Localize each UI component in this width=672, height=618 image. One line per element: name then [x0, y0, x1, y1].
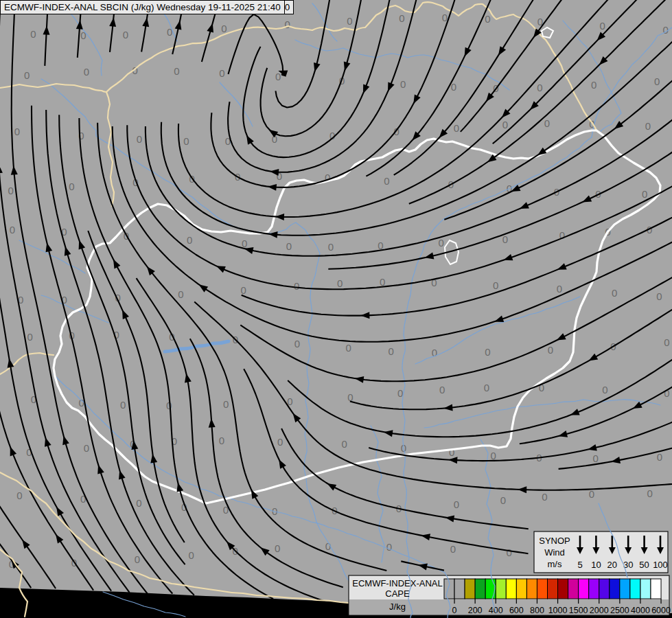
station-value-label: 0	[189, 549, 194, 561]
station-value-label: 0	[285, 19, 290, 30]
station-value-label: 0	[27, 331, 33, 343]
cape-colorbar-segment	[475, 579, 485, 599]
station-value-label: 0	[123, 29, 128, 41]
station-value-label: 0	[450, 543, 456, 555]
station-value-label: 0	[500, 494, 506, 506]
station-value-label: 0	[612, 287, 617, 299]
station-value-label: 0	[548, 344, 553, 356]
cape-colorbar-segment	[579, 579, 589, 599]
station-value-label: 0	[599, 20, 605, 32]
cape-colorbar-segment	[506, 579, 516, 599]
station-value-label: 0	[663, 24, 669, 36]
weather-map-product: 0000000000000000000000000000000000000000…	[0, 0, 672, 618]
wind-legend-title: SYNOP	[535, 536, 575, 546]
cape-tick-label: 0	[452, 606, 457, 615]
station-value-label: 0	[397, 387, 403, 399]
wind-speed-label: 50	[639, 560, 649, 570]
station-value-label: 0	[484, 382, 489, 393]
wind-speed-label: 5	[577, 560, 582, 570]
station-value-label: 0	[502, 119, 508, 130]
station-value-label: 0	[219, 435, 224, 446]
station-value-label: 0	[187, 234, 192, 246]
station-value-label: 0	[593, 453, 599, 464]
cape-colorbar-segment	[516, 579, 526, 599]
weather-map-canvas: 0000000000000000000000000000000000000000…	[0, 0, 672, 618]
cape-colorbar-segment	[589, 579, 599, 599]
station-value-label: 0	[219, 67, 224, 79]
station-value-label: 0	[485, 13, 490, 25]
station-value-label: 0	[223, 398, 229, 410]
cape-legend-title: ECMWF-INDEX-ANAL	[351, 579, 443, 588]
station-value-label: 0	[14, 126, 20, 137]
station-value-label: 0	[544, 117, 550, 129]
station-value-label: 0	[389, 345, 394, 357]
station-value-label: 0	[491, 450, 496, 461]
station-value-label: 0	[169, 331, 174, 343]
station-value-label: 0	[294, 280, 299, 292]
station-value-label: 0	[442, 12, 448, 23]
cape-tick-label: 6000	[651, 606, 671, 615]
station-value-label: 0	[591, 79, 596, 91]
cape-tick-label: 1000	[548, 606, 568, 615]
station-value-label: 0	[506, 547, 511, 558]
station-value-label: 0	[294, 338, 300, 350]
station-value-label: 0	[24, 69, 30, 81]
station-value-label: 0	[656, 290, 662, 302]
cape-colorbar-segment	[548, 579, 558, 599]
cape-colorbar-segment	[558, 579, 568, 599]
station-value-label: 0	[642, 188, 647, 200]
station-value-label: 0	[69, 181, 74, 192]
station-value-label: 0	[174, 65, 179, 77]
station-value-label: 0	[557, 283, 562, 295]
cape-tick-label: 2500	[610, 606, 629, 615]
station-value-label: 0	[449, 446, 454, 458]
cape-colorbar-segment	[454, 579, 465, 599]
cape-colorbar-segment	[620, 579, 630, 599]
cape-tick-label: 800	[530, 606, 544, 615]
station-value-label: 0	[647, 488, 653, 499]
station-value-label: 0	[337, 277, 343, 289]
station-value-label: 0	[16, 490, 22, 501]
cape-legend-subtitle: CAPE	[351, 589, 443, 599]
cape-colorbar-segment	[526, 579, 537, 599]
station-value-label: 0	[328, 241, 334, 253]
station-value-label: 0	[589, 488, 594, 500]
cape-tick-label: 200	[468, 606, 483, 615]
station-value-label: 0	[183, 135, 189, 147]
station-value-label: 0	[221, 23, 227, 34]
cape-colorbar-segment	[485, 579, 496, 599]
cape-colorbar-segment	[651, 579, 661, 599]
station-value-label: 0	[240, 284, 246, 296]
station-value-label: 0	[137, 133, 142, 145]
station-value-label: 0	[654, 76, 660, 87]
station-value-label: 0	[485, 346, 490, 358]
station-value-label: 0	[664, 336, 669, 348]
cape-tick-label: 600	[509, 606, 524, 615]
wind-speed-label: 100	[653, 560, 668, 570]
station-value-label: 0	[493, 279, 498, 291]
wind-speed-label: 10	[591, 560, 601, 570]
cape-legend-unit-label: J/kg	[351, 602, 443, 612]
station-value-label: 0	[454, 122, 459, 134]
station-value-label: 0	[454, 499, 459, 510]
station-value-label: 0	[400, 78, 406, 90]
station-value-label: 0	[399, 12, 404, 24]
station-value-label: 0	[346, 342, 351, 354]
station-value-label: 0	[135, 553, 140, 565]
cape-colorbar-segment	[537, 579, 547, 599]
cape-colorbar-segment	[599, 579, 610, 599]
station-value-label: 0	[342, 438, 347, 450]
wind-speed-label: 20	[607, 560, 617, 570]
cape-colorbar-segment	[610, 579, 620, 599]
station-value-label: 0	[602, 384, 607, 396]
station-value-label: 0	[537, 82, 542, 93]
station-value-label: 0	[178, 288, 183, 300]
cape-colorbar-segment	[630, 579, 640, 599]
header-line-sbcin: ECMWF-INDEX-ANAL SBCIN (J/kg) Wednesday …	[0, 0, 285, 14]
station-value-label: 0	[347, 15, 352, 27]
station-value-label: 0	[384, 175, 389, 187]
station-value-label: 0	[286, 240, 292, 252]
station-value-label: 0	[120, 399, 126, 411]
station-value-label: 0	[84, 442, 89, 454]
cape-tick-label: 4000	[631, 606, 650, 615]
